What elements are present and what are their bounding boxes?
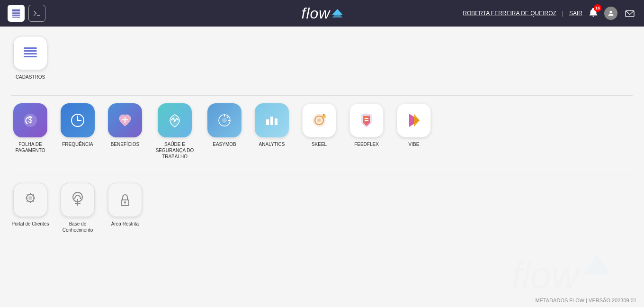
other-apps-row: Portal de Clientes Base de Conhecimento	[11, 183, 633, 241]
notifications-bell[interactable]: 16	[588, 7, 599, 19]
restrita-label: Área Restrita	[111, 221, 139, 227]
svg-rect-26	[266, 119, 269, 125]
saude-label: SAÚDE E SEGURANÇA DO TRABALHO	[153, 141, 196, 160]
svg-point-56	[124, 201, 126, 203]
base-icon	[61, 183, 95, 217]
divider-2	[11, 175, 633, 175]
app-easymob[interactable]: EASYMOB	[206, 103, 243, 147]
folha-icon: $	[13, 103, 47, 137]
cadastros-row: CADASTROS	[11, 36, 633, 88]
app-base[interactable]: Base de Conhecimento	[59, 183, 97, 233]
beneficios-icon	[108, 103, 142, 137]
svg-rect-11	[24, 53, 37, 54]
svg-rect-3	[12, 17, 20, 18]
logo-icon	[332, 9, 342, 18]
main-apps-row: $ FOLHA DE PAGAMENTO FREQUÊNCIA	[11, 103, 633, 167]
cadastros-icon	[13, 36, 47, 70]
svg-point-7	[609, 11, 612, 13]
header-logo: flow	[302, 5, 343, 22]
cadastros-label: CADASTROS	[16, 74, 45, 80]
folha-label: FOLHA DE PAGAMENTO	[11, 141, 49, 154]
app-analytics[interactable]: ANALYTICS	[253, 103, 291, 147]
divider-1	[11, 95, 633, 96]
logo-text: flow	[302, 5, 331, 22]
svg-rect-10	[24, 50, 37, 52]
easymob-label: EASYMOB	[213, 141, 236, 147]
portal-icon	[13, 183, 47, 217]
skeel-icon	[302, 103, 336, 137]
envelope-button[interactable]	[623, 7, 636, 20]
header: flow ROBERTA FERREIRA DE QUEIROZ | SAIR …	[0, 0, 644, 27]
svg-marker-59	[582, 255, 611, 274]
svg-point-22	[222, 118, 227, 123]
vibe-label: VIBE	[409, 141, 420, 147]
frequencia-icon	[61, 103, 95, 137]
svg-rect-1	[12, 12, 20, 14]
section-other-apps: Portal de Clientes Base de Conhecimento	[11, 183, 633, 241]
feedflex-label: FEEDFLEX	[354, 141, 379, 147]
terminal-button[interactable]	[28, 5, 45, 22]
svg-rect-2	[12, 15, 20, 16]
frequencia-label: FREQUÊNCIA	[62, 141, 93, 147]
portal-label: Portal de Clientes	[12, 221, 49, 227]
app-folha[interactable]: $ FOLHA DE PAGAMENTO	[11, 103, 49, 154]
svg-point-34	[323, 114, 325, 116]
base-label: Base de Conhecimento	[59, 221, 97, 233]
svg-rect-9	[24, 47, 37, 49]
analytics-icon	[255, 103, 289, 137]
feedflex-icon	[349, 103, 384, 137]
user-name-link[interactable]: ROBERTA FERREIRA DE QUEIROZ	[463, 10, 556, 17]
app-vibe[interactable]: VIBE	[395, 103, 433, 147]
app-beneficios[interactable]: BENEFÍCIOS	[106, 103, 144, 147]
app-restrita[interactable]: Área Restrita	[106, 183, 144, 227]
vibe-icon	[397, 103, 431, 137]
easymob-icon	[207, 103, 242, 137]
svg-rect-28	[275, 118, 277, 125]
user-avatar-button[interactable]	[604, 7, 617, 20]
app-feedflex[interactable]: FEEDFLEX	[348, 103, 385, 147]
analytics-label: ANALYTICS	[259, 141, 285, 147]
home-button[interactable]	[8, 5, 25, 22]
svg-rect-27	[270, 117, 273, 125]
svg-line-24	[227, 117, 228, 118]
svg-rect-0	[12, 9, 20, 12]
svg-point-50	[28, 196, 32, 200]
svg-text:flow: flow	[511, 254, 581, 296]
header-right: ROBERTA FERREIRA DE QUEIROZ | SAIR 16	[463, 7, 636, 20]
section-main-apps: $ FOLHA DE PAGAMENTO FREQUÊNCIA	[11, 103, 633, 167]
svg-rect-12	[24, 56, 37, 57]
app-frequencia[interactable]: FREQUÊNCIA	[59, 103, 97, 147]
svg-marker-40	[414, 114, 420, 127]
sair-link[interactable]: SAIR	[569, 10, 582, 17]
app-saude[interactable]: SAÚDE E SEGURANÇA DO TRABALHO	[153, 103, 196, 160]
svg-point-31	[317, 118, 321, 122]
beneficios-label: BENEFÍCIOS	[111, 141, 140, 147]
section-cadastros: CADASTROS	[11, 36, 633, 88]
app-skeel[interactable]: SKEEL	[300, 103, 338, 147]
app-portal[interactable]: Portal de Clientes	[11, 183, 49, 227]
bell-badge: 16	[594, 4, 601, 12]
header-left	[8, 5, 45, 22]
skeel-label: SKEEL	[312, 141, 327, 147]
footer-text: METADADOS FLOW | VERSÃO 202309.01	[535, 298, 636, 303]
restrita-icon	[108, 183, 142, 217]
main-content: CADASTROS $ FOLHA DE PAGAMENTO	[0, 27, 644, 250]
app-cadastros[interactable]: CADASTROS	[11, 36, 49, 80]
saude-icon	[158, 103, 192, 137]
